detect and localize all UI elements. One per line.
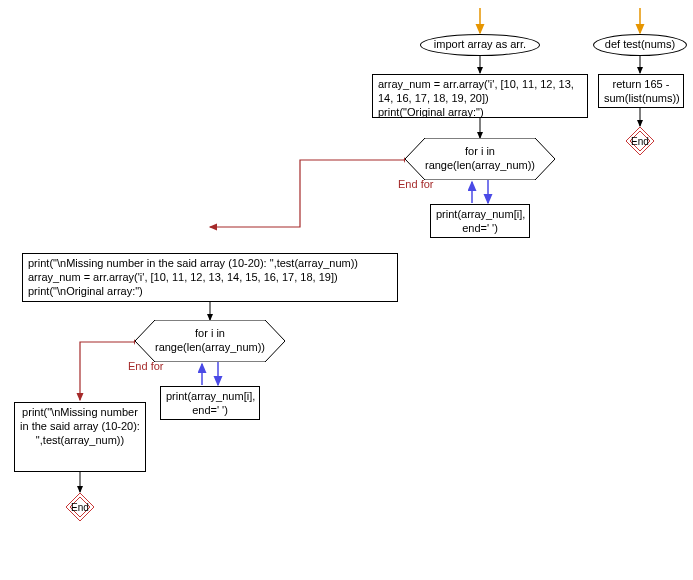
node-loop2-label: for i in range(len(array_num)) [137,327,283,355]
node-func-end: End [625,126,655,156]
node-loop1: for i in range(len(array_num)) [405,138,555,180]
node-main-end-label: End [71,502,89,513]
node-loop1-label: for i in range(len(array_num)) [407,145,553,173]
node-import: import array as arr. [420,34,540,56]
node-print2: print(array_num[i], end=' ') [160,386,260,420]
edge-label-endfor1: End for [398,178,433,190]
node-func-def: def test(nums) [593,34,687,56]
node-mid-block: print("\nMissing number in the said arra… [22,253,398,302]
node-func-body-label: return 165 - sum(list(nums)) [604,78,680,104]
node-mid-block-label: print("\nMissing number in the said arra… [28,257,358,297]
edge-label-endfor2: End for [128,360,163,372]
node-main-end: End [65,492,95,522]
node-print2-label: print(array_num[i], end=' ') [166,390,255,416]
node-func-end-label: End [631,136,649,147]
node-loop2: for i in range(len(array_num)) [135,320,285,362]
node-final-block: print("\nMissing number in the said arra… [14,402,146,472]
node-final-block-label: print("\nMissing number in the said arra… [20,406,140,446]
node-import-label: import array as arr. [434,38,526,51]
node-print1-label: print(array_num[i], end=' ') [436,208,525,234]
node-init-block-label: array_num = arr.array('i', [10, 11, 12, … [378,78,577,118]
node-init-block: array_num = arr.array('i', [10, 11, 12, … [372,74,588,118]
node-func-body: return 165 - sum(list(nums)) [598,74,684,108]
node-print1: print(array_num[i], end=' ') [430,204,530,238]
node-func-def-label: def test(nums) [605,38,675,51]
